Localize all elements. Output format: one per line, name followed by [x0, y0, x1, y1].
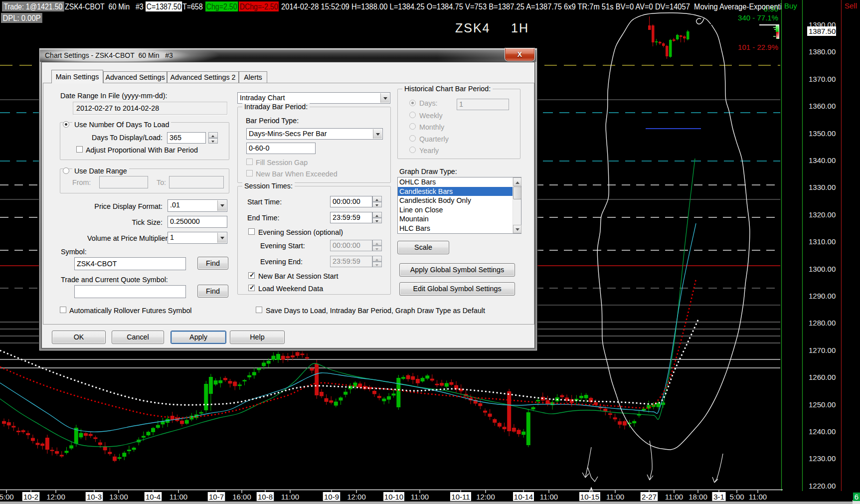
svg-text:2-27: 2-27 [642, 493, 657, 501]
svg-text:12:00: 12:00 [46, 493, 65, 501]
svg-text:1340.00: 1340.00 [809, 156, 836, 165]
svg-text:1360.00: 1360.00 [809, 102, 836, 110]
svg-text:11:00: 11:00 [749, 493, 767, 501]
svg-text:12:00: 12:00 [347, 493, 366, 501]
svg-text:11:00: 11:00 [281, 493, 299, 501]
svg-text:1310.00: 1310.00 [809, 237, 836, 246]
svg-text:10-14: 10-14 [514, 493, 533, 501]
svg-text:1320.00: 1320.00 [809, 210, 836, 219]
svg-text:1240.00: 1240.00 [809, 427, 836, 436]
svg-text:1260.00: 1260.00 [809, 373, 836, 381]
svg-text:10-15: 10-15 [580, 493, 599, 501]
svg-text:1220.00: 1220.00 [809, 482, 836, 490]
svg-text:1370.00: 1370.00 [809, 75, 836, 83]
svg-text:12:00: 12:00 [476, 493, 495, 501]
svg-text:1230.00: 1230.00 [809, 454, 836, 463]
svg-text:10-11: 10-11 [451, 493, 470, 501]
svg-text:3-1: 3-1 [713, 493, 724, 501]
svg-text:1387.50: 1387.50 [809, 27, 836, 35]
svg-text:11:00: 11:00 [170, 493, 187, 501]
svg-text:1270.00: 1270.00 [809, 346, 836, 354]
svg-text:1280.00: 1280.00 [809, 319, 836, 327]
svg-text:10-9: 10-9 [324, 493, 339, 501]
svg-text:10-2: 10-2 [23, 493, 38, 501]
svg-text:10-7: 10-7 [209, 493, 224, 501]
svg-text:10-3: 10-3 [87, 493, 102, 501]
svg-text:5:00: 5:00 [729, 493, 744, 501]
svg-text:1290.00: 1290.00 [809, 292, 836, 300]
svg-text:1380.00: 1380.00 [809, 47, 836, 56]
svg-text:11:00: 11:00 [411, 493, 429, 501]
svg-text:1300.00: 1300.00 [809, 265, 836, 273]
svg-text:1250.00: 1250.00 [809, 400, 836, 409]
svg-text:13:00: 13:00 [109, 493, 128, 501]
svg-text:16:00: 16:00 [232, 493, 251, 501]
svg-text:11:00: 11:00 [606, 493, 624, 501]
svg-text:18:00: 18:00 [688, 493, 707, 501]
svg-text:10-8: 10-8 [258, 493, 273, 501]
svg-text:10-10: 10-10 [384, 493, 403, 501]
svg-text:10-4: 10-4 [146, 493, 161, 501]
svg-text:6: 6 [855, 493, 859, 501]
svg-text:11:00: 11:00 [665, 493, 683, 501]
svg-text:1330.00: 1330.00 [809, 183, 836, 191]
svg-text:11:00: 11:00 [540, 493, 558, 501]
svg-text:1350.00: 1350.00 [809, 129, 836, 138]
svg-text:5:00: 5:00 [0, 493, 14, 501]
